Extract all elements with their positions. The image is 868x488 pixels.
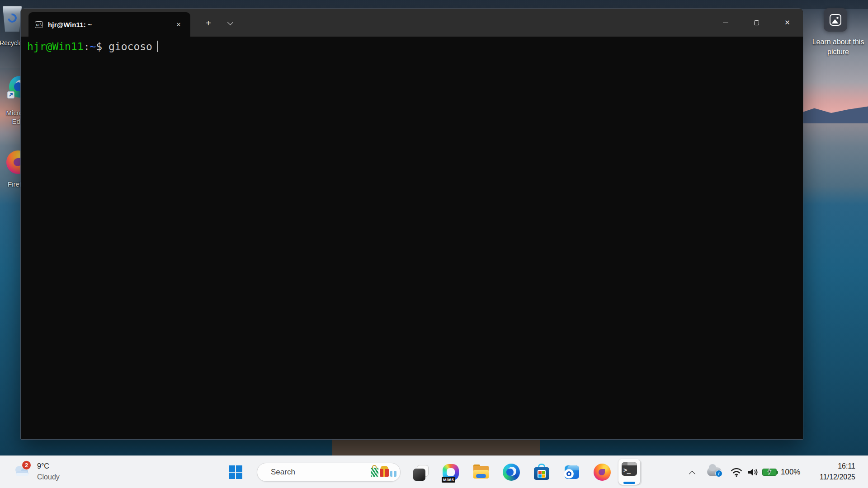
chevron-up-icon	[689, 470, 695, 477]
small-gift-icon	[390, 471, 396, 477]
microsoft-store-icon	[533, 464, 550, 481]
prompt-path: ~	[90, 41, 96, 52]
tray-hidden-icons-button[interactable]	[686, 467, 698, 479]
terminal-tab[interactable]: c:\ hjr@Win11: ~ ✕	[28, 12, 190, 37]
taskbar-icon-edge[interactable]	[501, 462, 521, 482]
outlook-icon	[564, 465, 580, 480]
charging-bolt-icon	[767, 467, 772, 475]
maximize-icon	[754, 20, 759, 25]
terminal-window: c:\ hjr@Win11: ~ ✕ + ✕ hjr@Win11:~$gioco…	[20, 8, 803, 440]
clock-time: 16:11	[809, 461, 855, 472]
tray-volume-icon[interactable]	[746, 466, 760, 479]
prompt-user-host: hjr@Win11	[27, 41, 84, 52]
recycle-arrows-icon	[6, 12, 19, 24]
weather-temperature: 9°C	[37, 462, 49, 470]
taskbar-icon-file-explorer[interactable]	[471, 462, 491, 482]
learn-about-picture-button[interactable]	[824, 8, 847, 32]
wifi-icon	[731, 467, 742, 477]
tab-close-button[interactable]: ✕	[172, 19, 185, 30]
close-button[interactable]: ✕	[777, 14, 798, 31]
task-view-icon	[411, 463, 429, 481]
maximize-button[interactable]	[746, 14, 767, 31]
tabbar-divider	[219, 18, 219, 28]
tray-clock[interactable]: 16:11 11/12/2025	[809, 461, 855, 483]
holiday-gifts-icon	[371, 468, 396, 477]
text-cursor	[157, 41, 159, 52]
minimize-button[interactable]	[715, 14, 736, 31]
shortcut-arrow-icon	[7, 91, 14, 99]
search-box[interactable]	[257, 463, 401, 482]
terminal-icon: >_	[622, 462, 637, 476]
close-icon: ✕	[784, 19, 790, 27]
taskbar: 2 9°C Cloudy M365	[0, 455, 868, 488]
windows-logo-icon	[229, 465, 242, 479]
terminal-screen[interactable]: hjr@Win11:~$giocoso	[21, 37, 803, 439]
m365-badge: M365	[442, 477, 455, 483]
new-tab-button[interactable]: +	[201, 16, 216, 30]
weather-widget[interactable]: 2 9°C Cloudy	[2, 457, 81, 488]
command-prompt-icon: c:\	[35, 21, 43, 28]
tab-title: hjr@Win11: ~	[48, 21, 92, 28]
picture-icon	[829, 13, 842, 27]
weather-condition: Cloudy	[37, 473, 60, 481]
battery-percentage: 100%	[781, 468, 800, 477]
speaker-icon	[747, 467, 759, 477]
terminal-titlebar[interactable]: c:\ hjr@Win11: ~ ✕ + ✕	[21, 9, 803, 37]
prompt-symbol: $	[96, 41, 102, 52]
chevron-down-icon	[227, 19, 233, 25]
taskbar-icon-microsoft-store[interactable]	[532, 462, 552, 482]
gift-box-icon	[380, 469, 389, 477]
prompt-colon: :	[84, 41, 90, 52]
taskbar-icon-task-view[interactable]	[410, 462, 430, 482]
gift-bag-icon	[371, 468, 378, 477]
typed-command: giocoso	[108, 41, 152, 52]
tray-battery[interactable]: 100%	[762, 465, 807, 479]
taskbar-icon-outlook[interactable]	[562, 462, 582, 482]
info-badge-icon: i	[715, 470, 722, 477]
file-explorer-icon	[472, 465, 490, 480]
tray-onedrive-icon[interactable]: i	[706, 466, 724, 479]
taskbar-icon-firefox[interactable]	[592, 462, 612, 482]
recycle-bin-icon	[2, 6, 22, 32]
edge-icon	[503, 464, 520, 481]
prompt-line: hjr@Win11:~$giocoso	[27, 40, 797, 54]
start-button[interactable]	[225, 462, 246, 482]
tab-dropdown-button[interactable]	[222, 16, 238, 30]
tray-wifi-icon[interactable]	[730, 466, 743, 479]
taskbar-icon-terminal-active[interactable]: >_	[618, 459, 640, 485]
battery-icon	[762, 469, 777, 476]
taskbar-icon-copilot-m365[interactable]: M365	[441, 462, 461, 482]
minimize-icon	[723, 23, 728, 23]
clock-date: 11/12/2025	[809, 472, 855, 483]
learn-about-picture-label: Learn about this picture	[808, 37, 868, 57]
search-input[interactable]	[271, 468, 371, 477]
firefox-icon	[594, 464, 611, 481]
notification-badge: 2	[22, 460, 31, 470]
running-indicator	[623, 482, 635, 484]
